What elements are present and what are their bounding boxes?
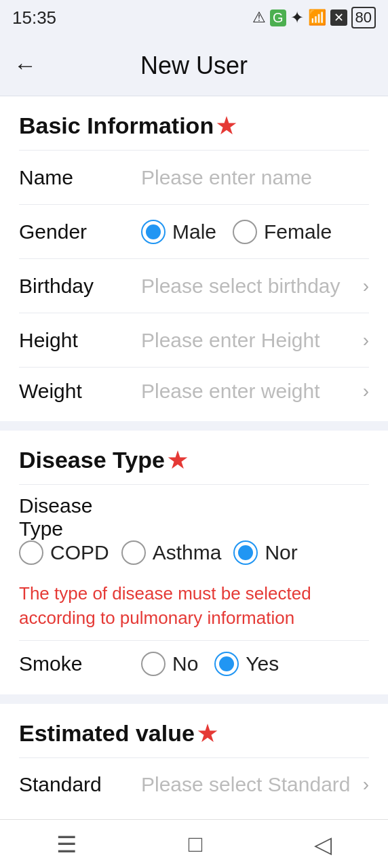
disease-nor-option[interactable]: Nor <box>233 540 297 565</box>
gender-row: Gender Male Female <box>19 204 369 258</box>
gender-male-label: Male <box>172 220 216 243</box>
menu-icon[interactable]: ☰ <box>56 831 77 858</box>
disease-asthma-label: Asthma <box>153 541 222 564</box>
name-input[interactable]: Please enter name <box>141 166 369 189</box>
height-input[interactable]: Please enter Height <box>141 329 356 352</box>
home-icon[interactable]: □ <box>189 831 203 857</box>
disease-radio-group: COPD Asthma Nor <box>19 540 369 565</box>
standard-row[interactable]: Standard Please select Standard › <box>19 757 369 812</box>
disease-type-row: Disease Type COPD Asthma Nor <box>19 484 369 574</box>
smoke-radio-group: No Yes <box>141 652 369 676</box>
disease-copd-label: COPD <box>50 541 109 564</box>
required-star: ★ <box>216 114 236 138</box>
weight-label: Weight <box>19 380 141 403</box>
weight-input[interactable]: Please enter weight <box>141 380 356 403</box>
signal-icon: ✕ <box>330 9 347 26</box>
smoke-yes-radio-inner <box>219 656 234 671</box>
weight-row[interactable]: Weight Please enter weight › <box>19 367 369 421</box>
disease-nor-radio[interactable] <box>233 540 258 565</box>
standard-input[interactable]: Please select Standard <box>141 773 356 796</box>
back-button[interactable]: ← <box>14 52 37 79</box>
smoke-no-radio[interactable] <box>141 652 166 676</box>
basic-info-section: Basic Information★ Name Please enter nam… <box>0 96 388 421</box>
gender-female-label: Female <box>264 220 332 243</box>
disease-type-title: Disease Type★ <box>19 447 369 484</box>
height-label: Height <box>19 329 141 352</box>
standard-label: Standard <box>19 773 141 796</box>
bottom-nav: ☰ □ ◁ <box>0 819 388 868</box>
birthday-label: Birthday <box>19 275 141 298</box>
gender-male-option[interactable]: Male <box>141 220 216 244</box>
smoke-yes-option[interactable]: Yes <box>214 652 279 676</box>
disease-error-msg: The type of disease must be selected acc… <box>19 574 369 640</box>
disease-nor-radio-inner <box>238 545 253 560</box>
disease-asthma-radio[interactable] <box>121 540 146 565</box>
name-label: Name <box>19 166 141 189</box>
page-header: ← New User <box>0 35 388 96</box>
smoke-row: Smoke No Yes <box>19 640 369 694</box>
wifi-icon: 📶 <box>308 9 326 26</box>
app-icon-2: ✦ <box>290 8 304 27</box>
disease-required-star: ★ <box>168 448 187 473</box>
gender-female-radio[interactable] <box>233 220 257 244</box>
height-chevron-icon: › <box>363 330 369 351</box>
estimated-required-star: ★ <box>197 722 217 746</box>
smoke-no-label: No <box>172 652 198 675</box>
height-row[interactable]: Height Please enter Height › <box>19 313 369 367</box>
standard-chevron-icon: › <box>363 774 369 795</box>
disease-type-label: Disease Type <box>19 494 141 540</box>
disease-copd-radio[interactable] <box>19 540 43 565</box>
disease-asthma-option[interactable]: Asthma <box>121 540 222 565</box>
gender-label: Gender <box>19 220 141 243</box>
estimated-value-section: Estimated value★ Standard Please select … <box>0 704 388 825</box>
birthday-input[interactable]: Please select birthday <box>141 275 356 298</box>
gender-female-option[interactable]: Female <box>233 220 332 244</box>
smoke-label: Smoke <box>19 652 141 675</box>
smoke-yes-radio[interactable] <box>214 652 239 676</box>
page-title: New User <box>50 52 338 80</box>
gender-male-radio-inner <box>146 224 161 239</box>
disease-copd-option[interactable]: COPD <box>19 540 109 565</box>
smoke-yes-label: Yes <box>246 652 279 675</box>
smoke-no-option[interactable]: No <box>141 652 198 676</box>
basic-info-title: Basic Information★ <box>19 113 369 150</box>
birthday-row[interactable]: Birthday Please select birthday › <box>19 258 369 313</box>
estimated-value-title: Estimated value★ <box>19 720 369 757</box>
disease-nor-label: Nor <box>265 541 297 564</box>
name-row[interactable]: Name Please enter name <box>19 150 369 204</box>
weight-chevron-icon: › <box>363 380 369 402</box>
status-time: 15:35 <box>12 7 56 28</box>
alert-icon: ⚠ <box>252 9 266 26</box>
status-icons: ⚠ G ✦ 📶 ✕ 80 <box>252 7 376 28</box>
battery-icon: 80 <box>351 7 376 28</box>
gender-radio-group: Male Female <box>141 220 369 244</box>
status-bar: 15:35 ⚠ G ✦ 📶 ✕ 80 <box>0 0 388 35</box>
disease-type-section: Disease Type★ Disease Type COPD Asthma N… <box>0 431 388 694</box>
gender-male-radio[interactable] <box>141 220 166 244</box>
birthday-chevron-icon: › <box>363 275 369 297</box>
app-icon-1: G <box>270 9 286 26</box>
back-nav-icon[interactable]: ◁ <box>314 831 332 858</box>
